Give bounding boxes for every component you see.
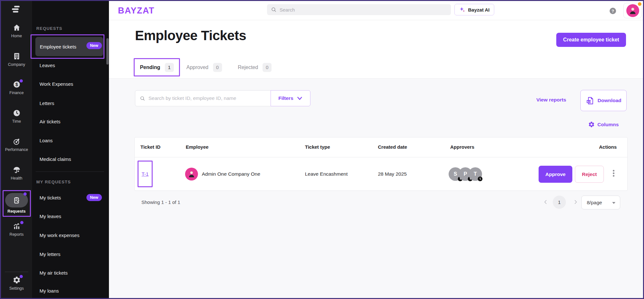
pending-clock-icon [478,176,483,181]
time-icon [13,109,21,117]
sidebar-item-letters[interactable]: Letters [40,101,54,107]
sidebar-item-settings[interactable]: Settings [1,276,32,291]
sidebar-section-title: MY REQUESTS [36,180,71,184]
per-page-select[interactable]: 8/page [581,196,620,209]
person-icon [187,170,196,179]
tab-label: Rejected [238,65,258,70]
columns-button[interactable]: Columns [588,121,619,128]
reject-button[interactable]: Reject [575,166,604,183]
column-header-ticket-id: Ticket ID [140,144,160,150]
tab-count-badge: 0 [213,63,222,72]
column-header-employee: Employee [186,144,209,150]
sidebar-item-medical-claims[interactable]: Medical claims [40,156,71,163]
help-button[interactable]: ? [610,8,616,14]
ticket-search-input[interactable] [148,95,266,101]
approver-initial: T [474,171,477,177]
page-title: Employee Tickets [135,28,246,43]
view-reports-link[interactable]: View reports [536,97,566,103]
sidebar-item-my-work-expenses[interactable]: My work expenses [40,233,79,239]
ticket-id-link[interactable]: T-1 [142,171,149,177]
annotation-ticket-id: T-1 [138,161,153,187]
reports-notification-dot [20,221,23,224]
tab-pending[interactable]: Pending 1 [134,58,180,76]
new-badge: New [86,194,102,201]
columns-gear-icon [588,121,595,128]
performance-icon [13,137,21,145]
download-button[interactable]: Download [580,90,627,111]
rail-label: Reports [1,232,32,237]
columns-label: Columns [597,122,619,128]
rail-label: Health [1,176,32,180]
reports-icon [13,222,21,230]
ticket-search[interactable] [135,90,271,106]
sidebar-item-performance[interactable]: Performance [1,137,32,152]
sidebar-item-air-tickets[interactable]: Air tickets [40,119,60,125]
sidebar-item-reports[interactable]: Reports [1,222,32,237]
approver-avatar[interactable]: T [469,167,482,181]
sidebar-item-finance[interactable]: Finance [1,80,32,95]
sidebar-item-my-leaves[interactable]: My leaves [40,214,61,220]
approvers-group: S P T [449,167,482,181]
global-search[interactable] [267,4,451,15]
created-date: 28 May 2025 [378,171,407,177]
column-header-ticket-type: Ticket type [305,144,330,150]
bayzat-ai-button[interactable]: Bayzat AI [454,4,494,15]
bayzat-ai-label: Bayzat AI [468,7,490,13]
sidebar-scrollbar-thumb[interactable] [106,38,109,65]
ai-sparkle-icon [459,6,466,13]
sidebar-item-home[interactable]: Home [1,23,32,38]
bayzat-app-window: Home Company Finance Time Performance He… [0,0,644,299]
approver-initial: P [464,171,467,177]
settings-notification-dot [20,275,23,278]
showing-results-text: Showing 1 - 1 of 1 [141,199,180,205]
rail-label: Performance [1,147,32,152]
pagination-prev-icon[interactable] [543,199,549,205]
approve-button[interactable]: Approve [539,166,572,183]
pagination-next-icon[interactable] [573,199,578,205]
sidebar-item-time[interactable]: Time [1,109,32,124]
approver-initial: S [454,171,457,177]
sidebar-item-leaves[interactable]: Leaves [40,63,55,69]
sidebar-item-requests-label[interactable]: Requests [1,209,32,214]
create-employee-ticket-button[interactable]: Create employee ticket [556,33,626,47]
tab-count-badge: 0 [263,63,272,72]
ticket-type: Leave Encashment [305,171,348,177]
filters-button[interactable]: Filters [271,90,310,106]
pagination-page-1[interactable]: 1 [553,196,566,209]
employee-avatar [185,168,198,180]
sidebar-item-my-tickets[interactable]: My tickets [40,195,61,201]
sidebar-item-my-air-tickets[interactable]: My air tickets [40,270,68,277]
tab-rejected[interactable]: Rejected 0 [238,58,272,76]
per-page-value: 8/page [587,200,602,206]
tab-label: Approved [186,65,209,70]
tab-count-badge: 1 [165,63,174,72]
person-icon [628,6,638,15]
health-icon [13,166,21,174]
column-header-created-date: Created date [378,144,407,150]
sidebar-item-label: Employee tickets [40,44,76,49]
new-badge: New [86,42,102,49]
rail-divider [5,272,28,272]
sidebar-item-loans[interactable]: Loans [40,138,53,144]
bayzat-logo[interactable]: BAYZAT [118,6,155,16]
finance-notification-dot [20,79,23,83]
requests-notification-dot [23,192,27,196]
rail-label: Finance [1,91,32,95]
sidebar-divider [36,171,104,172]
sidebar-item-work-expenses[interactable]: Work Expenses [40,81,73,88]
global-search-input[interactable] [280,7,447,13]
sidebar-item-my-loans[interactable]: My loans [40,288,59,295]
sidebar-section-title: REQUESTS [36,26,62,31]
search-icon [140,96,145,101]
tab-approved[interactable]: Approved 0 [186,58,222,76]
sidebar-item-health[interactable]: Health [1,166,32,180]
rail-label: Company [1,62,32,67]
menu-hamburger-icon[interactable] [11,6,23,15]
column-header-approvers: Approvers [450,144,474,150]
table-header-divider [135,157,627,157]
avatar-notification-dot [638,2,641,6]
download-label: Download [597,98,621,103]
row-actions-kebab-menu[interactable] [611,169,616,178]
sidebar-item-company[interactable]: Company [1,52,32,67]
sidebar-item-my-letters[interactable]: My letters [40,251,60,258]
